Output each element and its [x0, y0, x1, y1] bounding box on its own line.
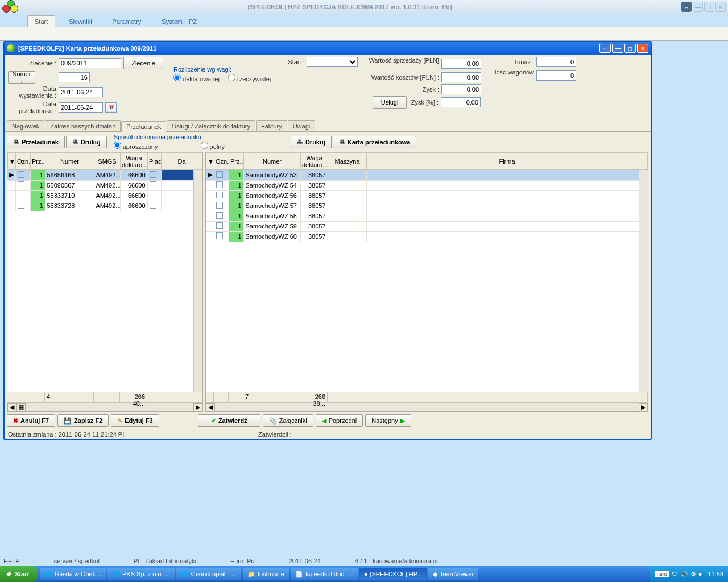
status-ostatnia: Ostatnia zmiana : 2011-06-24 11:21:24 PI [8, 431, 258, 438]
swap-button[interactable]: ↔ [681, 2, 692, 12]
mdi-swap-button[interactable]: ↔ [599, 44, 611, 53]
tray-icon[interactable]: ● [698, 571, 702, 577]
btn-zalaczniki[interactable]: 📎Załączniki [263, 414, 313, 427]
col-ozn-r[interactable]: Ozn. [214, 153, 229, 170]
tab-uslugi[interactable]: Usługi / Załącznik do faktury [167, 120, 255, 131]
col-numer[interactable]: Numer [46, 153, 94, 170]
radio-pelny[interactable]: pełny [201, 143, 225, 150]
mdi-maximize-button[interactable]: □ [624, 44, 636, 53]
col-expand-r[interactable]: ▼ [206, 153, 214, 170]
printer-icon [339, 139, 345, 146]
tray-nero[interactable]: nero [655, 571, 669, 577]
table-row[interactable]: 1SamochodyWZ 5638057 [206, 190, 648, 201]
taskbar-item[interactable]: 📁Instrukcje [243, 568, 289, 580]
table-row[interactable]: 1SamochodyWZ 5438057 [206, 180, 648, 190]
tab-faktury[interactable]: Faktury [256, 120, 287, 131]
tab-uwagi[interactable]: Uwagi [288, 120, 316, 131]
col-prz[interactable]: Prz... [31, 153, 46, 170]
btn-nastepny[interactable]: Następny [365, 414, 411, 427]
right-hscroll[interactable]: ◀▶ [206, 402, 648, 411]
lbl-zysk: Zysk : [368, 86, 439, 93]
btn-poprzedni[interactable]: Poprzedni [316, 414, 363, 427]
btn-karta[interactable]: Karta przeładunkowa [333, 136, 417, 148]
printer-icon [13, 139, 19, 146]
col-prz-r[interactable]: Prz... [229, 153, 244, 170]
left-vscroll[interactable] [193, 170, 202, 392]
table-row[interactable]: 155333728AM492...66600 [7, 201, 202, 211]
table-row[interactable]: 1SamochodyWZ 6038057 [206, 231, 648, 242]
radio-deklarowanej[interactable]: deklarowanej [173, 76, 220, 82]
btn-anuluj[interactable]: ✖Anuluj F7 [7, 414, 55, 427]
val-zysk [441, 84, 481, 94]
col-firma-r[interactable]: Firma [367, 153, 648, 170]
maximize-button[interactable]: □ [704, 2, 714, 12]
table-row[interactable]: 155333710AM492...66600 [7, 190, 202, 201]
btn-uslugi[interactable]: Usługi [373, 96, 407, 109]
val-tonaz [536, 57, 576, 67]
ribbon-tab-slowniki[interactable]: Słowniki [62, 16, 98, 27]
ribbon-tab-parametry[interactable]: Parametry [106, 16, 148, 27]
col-waga[interactable]: Waga deklaro... [121, 153, 148, 170]
taskbar-item[interactable]: 🌐PKS Sp. z o.o. ... [107, 568, 175, 580]
btn-drukuj-right[interactable]: Drukuj [291, 136, 332, 148]
system-tray[interactable]: nero 🛡 🔊 ⚙ ● 11:58 [650, 566, 728, 582]
taskbar-item[interactable]: 🌐Giełda w Onet.... [40, 568, 106, 580]
lbl-data-wyst: Data wystawienia : [8, 85, 56, 99]
table-row[interactable]: ▶156656168AM492...66600 [7, 170, 202, 180]
mdi-minimize-button[interactable]: — [612, 44, 623, 53]
taskbar-item[interactable]: ●[SPEEDKOL] HP... [359, 568, 427, 580]
radio-rzeczywistej[interactable]: rzeczywistej [228, 76, 271, 82]
tray-icon[interactable]: 🔊 [680, 571, 688, 578]
taskbar-item[interactable]: 🌐Cennik opłat - ... [176, 568, 241, 580]
tray-clock[interactable]: 11:58 [708, 571, 723, 577]
btn-edytuj[interactable]: ✎Edytuj F3 [111, 414, 159, 427]
col-numer-r[interactable]: Numer [244, 153, 301, 170]
select-stan[interactable] [307, 57, 358, 67]
table-row[interactable]: ▶1SamochodyWZ 5338057 [206, 170, 648, 180]
left-hscroll[interactable]: ◀▦▶ [7, 402, 202, 411]
col-ozn[interactable]: Ozn. [16, 153, 31, 170]
input-zlecenie[interactable] [59, 58, 121, 68]
tray-icon[interactable]: 🛡 [672, 571, 678, 577]
col-expand[interactable]: ▼ [8, 153, 16, 170]
btn-zatwierdz[interactable]: ✔Zatwierdź [198, 414, 260, 427]
btn-numer[interactable]: Numer : [8, 71, 35, 84]
col-maszyna-r[interactable]: Maszyna [328, 153, 367, 170]
taskbar-item[interactable]: ◆TeamViewer [428, 568, 478, 580]
btn-drukuj-left[interactable]: Drukuj [66, 136, 107, 148]
minimize-button[interactable]: — [693, 2, 703, 12]
right-grid[interactable]: ▼ Ozn. Prz... Numer Waga deklaro... Masz… [205, 152, 648, 412]
input-numer[interactable] [59, 72, 90, 82]
table-row[interactable]: 1SamochodyWZ 5738057 [206, 201, 648, 211]
ribbon-tab-system[interactable]: System HPZ [155, 16, 204, 27]
col-smgs[interactable]: SMGS [94, 153, 121, 170]
col-plac[interactable]: Plac [148, 153, 162, 170]
lbl-sposob: Sposób dokonania przeładunku : [114, 134, 231, 140]
app-close-button[interactable]: × [715, 2, 726, 12]
table-row[interactable]: 1SamochodyWZ 5938057 [206, 221, 648, 231]
mdi-close-button[interactable]: × [637, 44, 648, 53]
btn-zapisz[interactable]: 💾Zapisz F2 [57, 414, 109, 427]
radio-uproszczony[interactable]: uproszczony [114, 143, 158, 150]
right-vscroll[interactable] [639, 170, 648, 392]
right-count: 7 [243, 392, 300, 402]
input-data-wyst[interactable] [59, 87, 103, 97]
col-da[interactable]: Da [162, 153, 202, 170]
col-waga-r[interactable]: Waga deklaro... [301, 153, 328, 170]
calendar-icon[interactable]: 📅 [105, 102, 117, 113]
lbl-wart-koszt: Wartość kosztów [PLN] : [368, 74, 439, 81]
start-button[interactable]: ❖Start [0, 566, 38, 582]
tab-naglowek[interactable]: Nagłówek [7, 120, 44, 131]
table-row[interactable]: 155090567AM492...66600 [7, 180, 202, 190]
ribbon-tab-start[interactable]: Start [27, 15, 55, 27]
table-row[interactable]: 1SamochodyWZ 5838057 [206, 211, 648, 221]
tab-przeladunek[interactable]: Przeładunek [121, 121, 166, 132]
btn-przeladunek[interactable]: Przeładunek [7, 136, 65, 148]
prev-icon [322, 417, 326, 425]
taskbar-item[interactable]: 📄Ispeedkol.doc -... [291, 568, 358, 580]
left-grid[interactable]: ▼ Ozn. Prz... Numer SMGS Waga deklaro...… [7, 152, 203, 412]
tray-icon[interactable]: ⚙ [690, 571, 696, 578]
input-data-przel[interactable] [59, 102, 103, 113]
tab-zakres[interactable]: Zakres naszych działań [45, 120, 121, 131]
btn-zlecenie[interactable]: Zlecenie [123, 57, 163, 69]
